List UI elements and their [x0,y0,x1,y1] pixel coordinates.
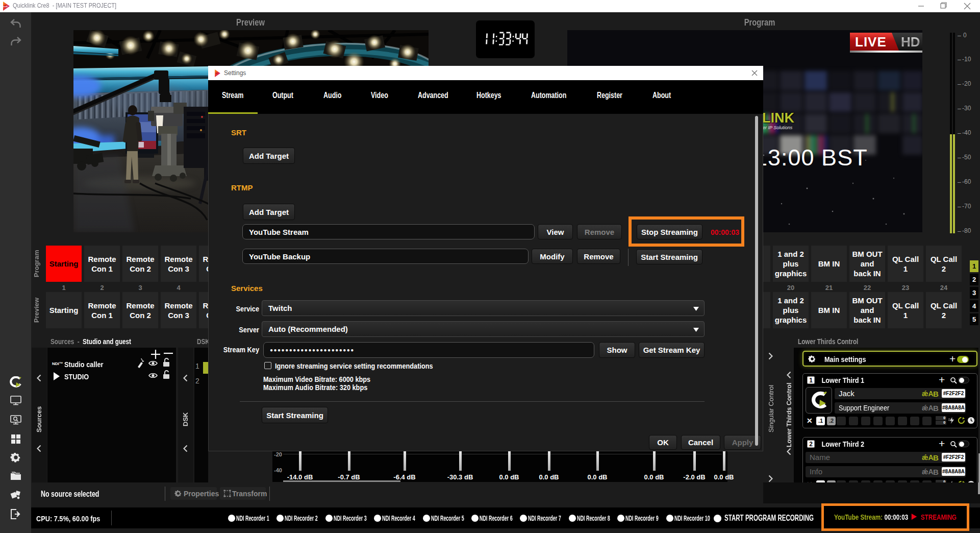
svg-text:cre8: cre8 [3,5,8,8]
